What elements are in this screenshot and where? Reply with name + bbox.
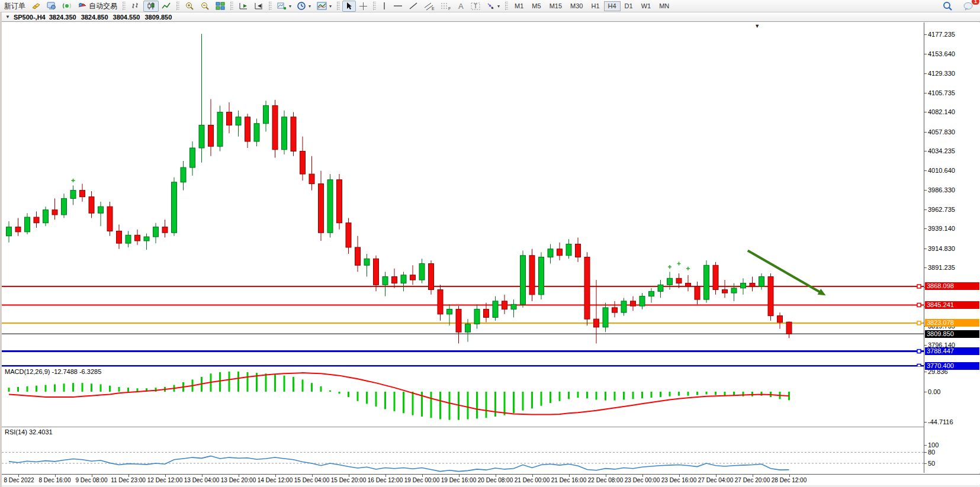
time-label: 23 Dec 16:00 — [661, 477, 697, 483]
candle — [410, 275, 416, 280]
chart-caption[interactable]: ▼ SP500-,H4 3824.350 3824.850 3804.550 3… — [2, 12, 980, 22]
candle — [199, 125, 204, 148]
axis-tick — [924, 372, 927, 372]
tab-timeframe-M1[interactable]: M1 — [510, 1, 528, 11]
new-order-button[interactable]: 新订单 — [1, 1, 28, 12]
price-tick-label: 4082.140 — [928, 108, 955, 115]
candle — [695, 286, 700, 299]
price-tick-label: 3914.830 — [928, 245, 955, 252]
candle — [484, 309, 489, 318]
candle — [447, 309, 452, 314]
hline-endpoint-marker[interactable] — [917, 285, 921, 288]
tab-timeframe-H1[interactable]: H1 — [587, 1, 603, 11]
autotrade-button[interactable]: 自动交易 — [75, 1, 120, 12]
templates-button[interactable]: ▾ — [314, 1, 335, 12]
time-label: 27 Dec 20:00 — [735, 477, 770, 483]
signal-icon[interactable] — [59, 1, 75, 12]
horizontal-line-icon[interactable] — [390, 1, 406, 12]
tab-timeframe-MN[interactable]: MN — [655, 1, 673, 11]
price-axis[interactable]: 4177.2354153.6404129.3304105.7354082.140… — [924, 22, 980, 473]
chart-shift-marker[interactable]: ▼ — [754, 23, 760, 29]
toolbar-drag-handle[interactable] — [230, 2, 233, 10]
rsi-scale-label: 100 — [928, 441, 939, 449]
tab-timeframe-D1[interactable]: D1 — [621, 1, 637, 11]
crosshair-icon[interactable] — [356, 1, 371, 12]
bar-chart-icon[interactable] — [128, 1, 143, 12]
gold-bars-icon[interactable] — [28, 1, 44, 12]
time-label: 9 Dec 08:00 — [76, 477, 108, 483]
search-icon[interactable] — [940, 1, 956, 12]
toolbar-drag-handle[interactable] — [373, 2, 376, 10]
candle — [594, 319, 599, 327]
chevron-down-icon[interactable]: ▾ — [329, 4, 332, 9]
candle — [52, 210, 57, 215]
tab-timeframe-M15[interactable]: M15 — [545, 1, 566, 11]
candle — [731, 288, 737, 293]
text-label-icon[interactable]: T — [468, 1, 483, 12]
candle — [667, 278, 673, 285]
candle — [227, 112, 232, 125]
line-chart-icon[interactable] — [159, 1, 174, 12]
collapse-chart-icon[interactable]: ▼ — [5, 14, 10, 20]
chevron-down-icon[interactable]: ▾ — [497, 4, 500, 9]
tab-timeframe-H4[interactable]: H4 — [604, 1, 621, 11]
price-badge-3809.850: 3809.850 — [925, 330, 979, 338]
candle — [327, 180, 333, 233]
candle — [153, 227, 159, 237]
notifications-icon[interactable]: 1 — [960, 1, 976, 12]
auto-scroll-icon[interactable] — [236, 1, 251, 12]
zoom-in-icon[interactable] — [182, 1, 197, 12]
toolbar-drag-handle[interactable] — [176, 2, 179, 10]
add-indicator-button[interactable]: ▾ — [274, 1, 294, 12]
tile-windows-icon[interactable] — [213, 1, 228, 12]
trendline-icon[interactable] — [406, 1, 421, 12]
time-label: 20 Dec 08:00 — [478, 477, 513, 483]
cursor-icon[interactable] — [342, 1, 356, 12]
terminal-icon[interactable] — [44, 1, 59, 12]
candle — [337, 180, 342, 223]
time-label: 8 Dec 16:00 — [39, 477, 71, 483]
time-label: 13 Dec 04:00 — [184, 477, 220, 483]
time-label: 22 Dec 08:00 — [588, 477, 624, 483]
candle — [722, 290, 728, 294]
candle — [777, 316, 783, 322]
axis-tick — [924, 209, 927, 210]
candle — [25, 217, 30, 232]
hline-endpoint-marker[interactable] — [917, 303, 921, 307]
macd-panel[interactable] — [2, 367, 924, 427]
periods-clock-button[interactable]: ▾ — [294, 1, 314, 12]
tab-timeframe-M5[interactable]: M5 — [528, 1, 545, 11]
candlestick-chart[interactable] — [2, 22, 924, 366]
toolbar-drag-handle[interactable] — [269, 2, 272, 10]
candle — [254, 124, 259, 141]
candlestick-icon[interactable] — [143, 1, 159, 12]
arrows-shapes-button[interactable]: ▾ — [483, 1, 503, 12]
equidistant-channel-icon[interactable]: E — [421, 1, 438, 12]
time-axis[interactable]: 8 Dec 20228 Dec 16:009 Dec 08:0011 Dec 2… — [2, 474, 980, 485]
rsi-panel[interactable] — [2, 428, 924, 473]
hline-endpoint-marker[interactable] — [917, 350, 921, 353]
text-icon[interactable]: A — [454, 1, 468, 12]
axis-tick — [924, 452, 927, 453]
candle — [557, 249, 563, 256]
zoom-out-icon[interactable] — [197, 1, 213, 12]
tab-timeframe-W1[interactable]: W1 — [637, 1, 656, 11]
chart-shift-icon[interactable] — [251, 1, 266, 12]
toolbar-drag-handle[interactable] — [505, 2, 508, 10]
time-label: 19 Dec 00:00 — [404, 477, 440, 483]
toolbar-drag-handle[interactable] — [337, 2, 340, 10]
fibonacci-icon[interactable]: F — [438, 1, 454, 12]
toolbar-drag-handle[interactable] — [123, 2, 126, 10]
candle — [7, 227, 12, 236]
axis-tick — [924, 445, 927, 446]
fractal-mark — [668, 265, 671, 269]
chevron-down-icon[interactable]: ▾ — [289, 4, 291, 9]
vertical-line-icon[interactable] — [378, 1, 390, 12]
axis-tick — [924, 151, 927, 151]
svg-text:E: E — [432, 7, 435, 11]
tab-timeframe-M30[interactable]: M30 — [566, 1, 587, 11]
candle — [419, 264, 425, 280]
candle — [383, 277, 388, 285]
hline-endpoint-marker[interactable] — [917, 321, 921, 325]
chevron-down-icon[interactable]: ▾ — [309, 4, 311, 9]
